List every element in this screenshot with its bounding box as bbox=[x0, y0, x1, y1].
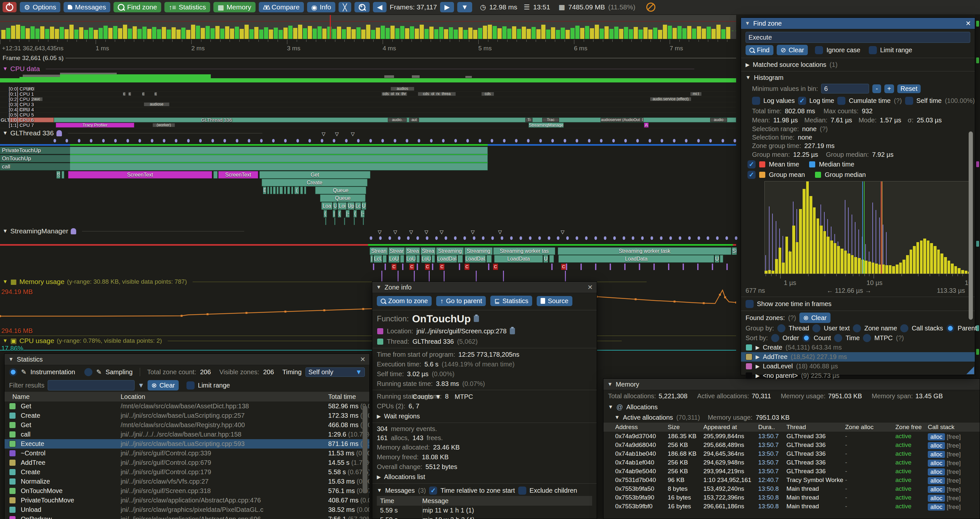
sampling-radio[interactable] bbox=[84, 368, 92, 376]
frame-marker-icon[interactable]: ▽ bbox=[471, 229, 475, 235]
frame-bar[interactable] bbox=[488, 25, 492, 39]
frame-bar[interactable] bbox=[157, 29, 161, 39]
frame-bar[interactable] bbox=[605, 26, 609, 39]
frame-bar[interactable] bbox=[342, 29, 346, 39]
message-dot[interactable] bbox=[673, 139, 676, 142]
frame-bar[interactable] bbox=[264, 27, 268, 39]
error-zone[interactable]: C bbox=[465, 263, 469, 270]
alloc-callstack-button[interactable]: alloc bbox=[928, 477, 945, 484]
close-icon[interactable]: ✕ bbox=[966, 19, 971, 27]
stats-row[interactable]: AddTreejni/../jni/src/guif/Control.cpp:6… bbox=[5, 458, 369, 467]
zone-bar[interactable] bbox=[213, 171, 218, 179]
gc-zone[interactable] bbox=[595, 263, 597, 270]
funnel-icon[interactable]: ▼ bbox=[138, 382, 144, 389]
frame-marker-icon[interactable]: ▽ bbox=[351, 131, 355, 137]
message-dot[interactable] bbox=[466, 139, 469, 142]
frame-bar[interactable] bbox=[687, 26, 691, 39]
frame-bar[interactable] bbox=[60, 27, 64, 39]
zone-bar[interactable]: LoU bbox=[421, 255, 431, 263]
log-values-checkbox[interactable] bbox=[752, 97, 760, 105]
clear-button[interactable]: ⊘Clear bbox=[777, 45, 808, 55]
gc-zone[interactable] bbox=[551, 263, 553, 270]
frame-bar[interactable] bbox=[108, 28, 113, 39]
message-dot[interactable] bbox=[491, 236, 494, 240]
gc-zone[interactable] bbox=[639, 263, 640, 270]
zone-bar[interactable] bbox=[487, 255, 492, 263]
gc-zone[interactable] bbox=[581, 263, 582, 270]
error-zone[interactable]: C bbox=[425, 263, 430, 270]
stats-row[interactable]: OnRedrawjni/../jni/src/claw/application/… bbox=[5, 514, 369, 519]
zone-bar[interactable]: Up bbox=[361, 202, 366, 210]
frame-marker-icon[interactable]: ▽ bbox=[425, 229, 428, 235]
memory-row[interactable]: 0x74ab1be040186.68 KB294,645,364ns13:50.… bbox=[603, 449, 980, 458]
zone-bar[interactable] bbox=[432, 255, 435, 263]
frame-bar[interactable] bbox=[410, 26, 414, 39]
frame-bar[interactable] bbox=[45, 29, 49, 39]
frame-bar[interactable] bbox=[89, 27, 93, 39]
frame-bar[interactable] bbox=[196, 26, 200, 39]
statistics-table-header[interactable]: Name Location Total time Counts ▼ MTPC bbox=[5, 392, 369, 401]
message-dot[interactable] bbox=[260, 139, 262, 142]
close-icon[interactable]: ✕ bbox=[360, 355, 366, 363]
streaming-header[interactable]: ▼ StreamingManager bbox=[3, 227, 244, 235]
frame-bar[interactable] bbox=[726, 27, 730, 39]
stats-row[interactable]: Createjni/../jni/src/claw/base/LuaScript… bbox=[5, 411, 369, 420]
message-dot[interactable] bbox=[594, 236, 597, 240]
message-dot[interactable] bbox=[388, 236, 391, 240]
frame-bar[interactable] bbox=[240, 29, 244, 39]
cpu-chip[interactable]: c bbox=[123, 92, 126, 96]
time-ruler[interactable]: +12:31 362,643,435ns 1 ms2 ms3 ms4 ms5 m… bbox=[0, 40, 736, 53]
messages-label[interactable]: Messages bbox=[385, 487, 415, 494]
stats-row[interactable]: Unloadjni/../jni/src/claw/graphics/pixel… bbox=[5, 505, 369, 514]
message-dot[interactable] bbox=[199, 139, 202, 142]
cpu-chip[interactable]: cds_ol_rx_threa bbox=[418, 92, 456, 96]
frame-bar[interactable] bbox=[16, 25, 20, 39]
message-dot[interactable] bbox=[333, 139, 335, 142]
glthread-header[interactable]: ▼ GLThread 336 bbox=[3, 129, 262, 137]
frame-bar[interactable] bbox=[230, 29, 234, 39]
frame-bar[interactable] bbox=[663, 25, 667, 39]
zone-bar[interactable]: |~ bbox=[361, 210, 364, 217]
next-frame-button[interactable]: ▶ bbox=[440, 2, 454, 12]
stats-row[interactable]: Createjni/../jni/src/guif/Control.cpp:17… bbox=[5, 467, 369, 477]
frame-bar[interactable] bbox=[682, 28, 687, 39]
message-dot[interactable] bbox=[357, 139, 360, 142]
frame-bar[interactable] bbox=[142, 27, 146, 39]
message-dot[interactable] bbox=[90, 139, 92, 142]
frame-bar[interactable] bbox=[137, 29, 142, 39]
collapse-icon[interactable]: ▼ bbox=[8, 356, 14, 362]
go-to-parent-button[interactable]: ↑Go to parent bbox=[436, 296, 486, 306]
message-dot[interactable] bbox=[538, 236, 541, 240]
frame-bar[interactable] bbox=[50, 27, 54, 39]
zone-bar[interactable]: Queue bbox=[320, 195, 366, 202]
zone-bar[interactable] bbox=[280, 187, 283, 194]
alloc-callstack-button[interactable]: alloc bbox=[928, 460, 945, 467]
frame-bar[interactable] bbox=[502, 26, 506, 39]
frame-bar[interactable] bbox=[35, 29, 40, 39]
frame-bar[interactable] bbox=[634, 27, 638, 39]
frame-bar[interactable] bbox=[580, 28, 584, 39]
message-dot[interactable] bbox=[284, 139, 287, 142]
frame-bar[interactable] bbox=[405, 28, 409, 39]
frame-bar[interactable] bbox=[11, 26, 15, 39]
stats-row[interactable]: calljni/../jni/../../../src/claw/base/Lu… bbox=[5, 430, 369, 439]
frame-bar[interactable] bbox=[128, 29, 132, 39]
zone-bar[interactable]: Strear bbox=[388, 248, 405, 255]
memory-row[interactable]: 0x7553b9fa9016 bytes153,722,396ns13:50.8… bbox=[603, 493, 980, 502]
message-row[interactable]: 5.59 smip 11 w 1 h 1 (1) bbox=[377, 506, 592, 515]
cpu-row[interactable]: cccccds_ol_rx_thrcds_ol_rx_threacdsmi:t[… bbox=[0, 91, 736, 97]
alloc-callstack-button[interactable]: alloc bbox=[928, 468, 945, 476]
wait-regions-label[interactable]: Wait regions bbox=[384, 412, 420, 420]
message-dot[interactable] bbox=[407, 236, 410, 240]
frame-bar[interactable] bbox=[293, 28, 298, 39]
frame-bar[interactable] bbox=[356, 27, 361, 39]
zone-bar[interactable]: Strea bbox=[406, 248, 420, 255]
message-dot[interactable] bbox=[369, 139, 372, 142]
frame-bar[interactable] bbox=[527, 29, 531, 39]
frame-bar[interactable] bbox=[400, 26, 404, 39]
frame-bar[interactable] bbox=[614, 27, 619, 39]
frame-bar[interactable] bbox=[79, 27, 83, 39]
zone-bar[interactable]: LcU bbox=[374, 255, 382, 263]
frame-marker-icon[interactable]: ▽ bbox=[409, 229, 413, 235]
group-stats-checkbox[interactable]: ✓ bbox=[748, 171, 756, 179]
